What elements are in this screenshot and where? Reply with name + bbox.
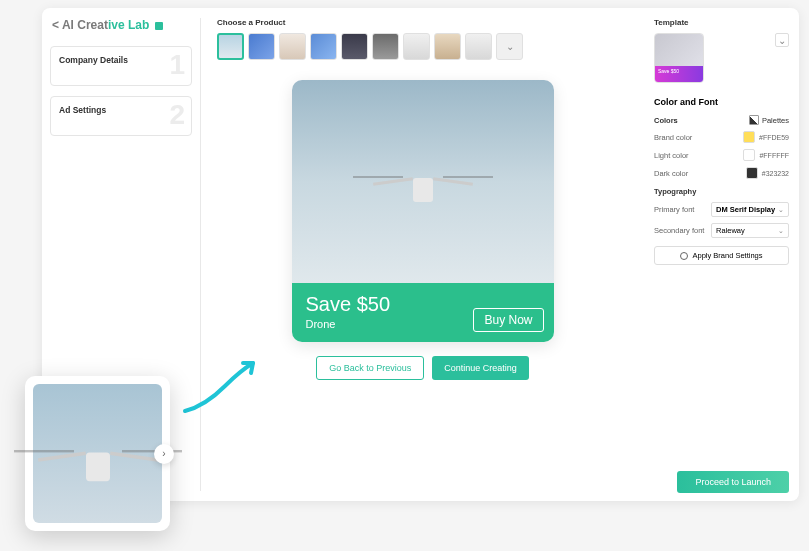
thumb-mug[interactable] bbox=[403, 33, 430, 60]
chevron-down-icon: ⌄ bbox=[506, 41, 514, 52]
back-chevron[interactable]: < bbox=[52, 18, 59, 32]
right-panel: Template Save $50 ⌄ Color and Font Color… bbox=[644, 8, 799, 501]
secondary-font-select[interactable]: Raleway ⌄ bbox=[711, 223, 789, 238]
thumb-model-2[interactable] bbox=[341, 33, 368, 60]
step-company-details[interactable]: Company Details 1 bbox=[50, 46, 192, 86]
floating-next-button[interactable]: › bbox=[154, 444, 174, 464]
drone-illustration bbox=[378, 166, 468, 206]
apply-brand-settings-button[interactable]: Apply Brand Settings bbox=[654, 246, 789, 265]
dark-color-picker[interactable]: #323232 bbox=[746, 167, 789, 179]
template-selector: Save $50 ⌄ bbox=[654, 33, 789, 83]
chevron-down-icon: ⌄ bbox=[778, 206, 784, 214]
ad-image bbox=[292, 80, 554, 283]
product-thumbnails: ⌄ bbox=[217, 33, 628, 60]
brand-dot-icon bbox=[155, 22, 163, 30]
brand-color-picker[interactable]: #FFDE59 bbox=[743, 131, 789, 143]
action-buttons: Go Back to Previous Continue Creating bbox=[217, 356, 628, 380]
color-font-heading: Color and Font bbox=[654, 97, 789, 107]
buy-now-button[interactable]: Buy Now bbox=[473, 308, 543, 332]
typography-header: Typography bbox=[654, 187, 789, 196]
proceed-to-launch-button[interactable]: Proceed to Launch bbox=[677, 471, 789, 493]
template-section-label: Template bbox=[654, 18, 789, 27]
template-thumbnail[interactable]: Save $50 bbox=[654, 33, 704, 83]
choose-product-label: Choose a Product bbox=[217, 18, 628, 27]
colors-header-row: Colors Palettes bbox=[654, 115, 789, 125]
chevron-down-icon: ⌄ bbox=[778, 227, 784, 235]
brand-color-row: Brand color #FFDE59 bbox=[654, 131, 789, 143]
palette-icon bbox=[749, 115, 759, 125]
thumb-more[interactable]: ⌄ bbox=[496, 33, 523, 60]
thumb-shoes-blue-2[interactable] bbox=[310, 33, 337, 60]
light-color-swatch bbox=[743, 149, 755, 161]
primary-font-row: Primary font DM Serif Display ⌄ bbox=[654, 202, 789, 217]
thumb-shoes-blue[interactable] bbox=[248, 33, 275, 60]
center-panel: Choose a Product ⌄ bbox=[201, 8, 644, 501]
chevron-down-icon: ⌄ bbox=[778, 35, 786, 46]
step-ad-settings[interactable]: Ad Settings 2 bbox=[50, 96, 192, 136]
continue-button[interactable]: Continue Creating bbox=[432, 356, 529, 380]
ad-preview-card: Save $50 Drone Buy Now bbox=[292, 80, 554, 342]
chevron-right-icon: › bbox=[162, 448, 165, 459]
template-dropdown[interactable]: ⌄ bbox=[775, 33, 789, 47]
ad-footer: Save $50 Drone Buy Now bbox=[292, 283, 554, 342]
floating-drone-image bbox=[33, 384, 162, 523]
secondary-font-row: Secondary font Raleway ⌄ bbox=[654, 223, 789, 238]
gear-icon bbox=[680, 252, 688, 260]
dark-color-row: Dark color #323232 bbox=[654, 167, 789, 179]
brand-logo[interactable]: < AI Creative Lab bbox=[50, 18, 192, 32]
thumb-mug-2[interactable] bbox=[465, 33, 492, 60]
primary-font-select[interactable]: DM Serif Display ⌄ bbox=[711, 202, 789, 217]
brand-color-swatch bbox=[743, 131, 755, 143]
floating-product-card: › bbox=[25, 376, 170, 531]
thumb-bag[interactable] bbox=[372, 33, 399, 60]
dark-color-swatch bbox=[746, 167, 758, 179]
light-color-row: Light color #FFFFFF bbox=[654, 149, 789, 161]
thumb-model-1[interactable] bbox=[279, 33, 306, 60]
thumb-drone[interactable] bbox=[217, 33, 244, 60]
thumb-chair[interactable] bbox=[434, 33, 461, 60]
palettes-button[interactable]: Palettes bbox=[749, 115, 789, 125]
ad-preview-wrap: Save $50 Drone Buy Now bbox=[217, 80, 628, 342]
go-back-button[interactable]: Go Back to Previous bbox=[316, 356, 424, 380]
light-color-picker[interactable]: #FFFFFF bbox=[743, 149, 789, 161]
